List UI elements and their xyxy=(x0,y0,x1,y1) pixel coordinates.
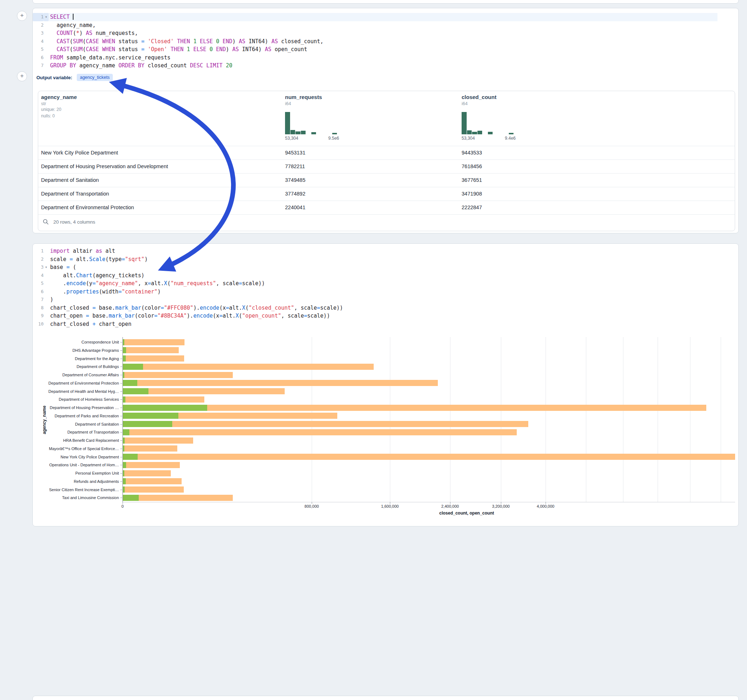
column-meta: unique: 20 xyxy=(41,107,243,113)
code-token xyxy=(183,46,187,53)
output-variable-chip[interactable]: agency_tickets xyxy=(77,74,113,81)
bar-open-count xyxy=(122,397,126,403)
code-token: = xyxy=(70,256,73,262)
line-number: 1 xyxy=(33,13,44,21)
table-row[interactable]: Department of Transportation377489234719… xyxy=(38,187,735,201)
code-token: chart_closed xyxy=(50,321,92,327)
table-cell: 2240041 xyxy=(285,201,305,214)
line-number: 9 xyxy=(33,312,44,320)
code-text[interactable]: .encode(y="agency_name", x=alt.X("num_re… xyxy=(48,279,265,288)
column-header[interactable]: closed_counti6453,3049.4e6 xyxy=(461,91,613,146)
bar-open-count xyxy=(122,478,126,484)
code-token: status xyxy=(115,38,141,45)
code-token: = xyxy=(226,305,229,311)
table-row[interactable]: Department of Sanitation37494853677651 xyxy=(38,173,735,187)
code-text[interactable]: COUNT(*) AS num_requests, xyxy=(48,29,138,38)
gridline xyxy=(721,337,721,502)
code-token: open_count xyxy=(271,46,307,53)
code-token: ( xyxy=(83,46,86,53)
code-text[interactable]: CAST(SUM(CASE WHEN status = 'Open' THEN … xyxy=(48,45,307,54)
search-icon[interactable] xyxy=(42,219,49,225)
code-token: ( xyxy=(70,46,73,53)
code-token: ). xyxy=(187,312,193,319)
code-text[interactable]: GROUP BY agency_name ORDER BY closed_cou… xyxy=(48,62,233,70)
code-token: , scale xyxy=(216,280,239,287)
python-code-editor[interactable]: 1import altair as alt2scale = alt.Scale(… xyxy=(33,247,717,328)
code-token: DESC xyxy=(190,62,203,69)
code-token: scale)) xyxy=(242,280,265,287)
table-cell: 3677651 xyxy=(461,173,482,187)
x-axis-title: closed_count, open_count xyxy=(358,511,575,516)
code-token: = xyxy=(317,305,321,311)
code-token: chart_closed xyxy=(50,305,92,311)
code-token: Chart xyxy=(76,272,92,279)
chevron-spacer xyxy=(44,288,48,296)
code-token xyxy=(145,46,148,53)
code-token: "open_count" xyxy=(242,312,281,319)
code-token: END xyxy=(216,46,226,53)
chevron-spacer xyxy=(44,62,48,70)
code-text[interactable]: import altair as alt xyxy=(48,247,115,255)
code-text[interactable]: .properties(width="container") xyxy=(48,288,161,296)
collapse-chevron-icon[interactable]: ▾ xyxy=(44,263,48,272)
code-token: SUM xyxy=(73,46,83,53)
column-histogram xyxy=(285,112,339,134)
line-number: 5 xyxy=(33,279,44,288)
histogram-bar xyxy=(509,133,514,134)
code-text[interactable]: scale = alt.Scale(type="sqrt") xyxy=(48,255,148,264)
line-number: 2 xyxy=(33,21,44,30)
code-token: AS xyxy=(239,38,245,45)
sql-code-editor[interactable]: 1▾SELECT 2 agency_name,3 COUNT(*) AS num… xyxy=(33,13,717,70)
code-text[interactable]: chart_open = base.mark_bar(color="#8BC34… xyxy=(48,312,330,320)
code-token: alt. xyxy=(223,312,236,319)
code-text[interactable]: CAST(SUM(CASE WHEN status = 'Closed' THE… xyxy=(48,38,324,46)
bar-open-count xyxy=(122,429,129,435)
code-line: 1import altair as alt xyxy=(33,247,717,255)
y-tick-label: Refunds and Adjustments xyxy=(32,479,119,484)
code-line: 2scale = alt.Scale(type="sqrt") xyxy=(33,255,717,264)
histogram-bar xyxy=(332,133,337,134)
code-line: 7) xyxy=(33,296,717,304)
code-token xyxy=(203,62,206,69)
code-text[interactable]: FROM sample_data.nyc.service_requests xyxy=(48,54,171,62)
bar-closed-count xyxy=(122,445,177,451)
previous-cell-edge xyxy=(32,0,739,4)
code-token xyxy=(223,62,226,69)
bar-closed-count xyxy=(122,421,528,427)
code-line: 2 agency_name, xyxy=(33,21,717,30)
code-token xyxy=(70,14,73,20)
table-cell: 3774892 xyxy=(285,187,305,201)
code-text[interactable]: agency_name, xyxy=(48,21,95,30)
code-text[interactable]: base = ( xyxy=(48,263,76,272)
add-cell-button[interactable]: + xyxy=(17,11,27,21)
add-cell-button[interactable]: + xyxy=(17,71,27,81)
code-token: scale)) xyxy=(307,312,330,319)
column-header[interactable]: num_requestsi6453,3049.5e6 xyxy=(285,91,436,146)
code-token: 0 xyxy=(216,38,219,45)
code-token: ) xyxy=(79,30,86,36)
histogram-bar xyxy=(312,132,316,134)
y-tick-label: Department of Consumer Affairs xyxy=(32,372,119,377)
code-token: "#FFC080" xyxy=(164,305,193,311)
collapse-chevron-icon[interactable]: ▾ xyxy=(44,13,48,21)
code-token xyxy=(99,46,102,53)
bar-closed-count xyxy=(122,372,233,378)
code-token: agency_name xyxy=(76,62,118,69)
code-token: Scale xyxy=(89,256,105,262)
column-header[interactable]: agency_namestrunique: 20nulls: 0 xyxy=(41,91,243,146)
code-token: ) xyxy=(226,46,233,53)
code-text[interactable]: ) xyxy=(48,296,53,304)
line-number: 3 xyxy=(33,29,44,38)
table-row[interactable]: Department of Housing Preservation and D… xyxy=(38,160,735,173)
range-max: 9.5e6 xyxy=(328,136,339,141)
table-cell: Department of Transportation xyxy=(41,187,109,201)
code-token: AS xyxy=(271,38,278,45)
code-text[interactable]: alt.Chart(agency_tickets) xyxy=(48,272,145,280)
code-text[interactable]: chart_closed = base.mark_bar(color="#FFC… xyxy=(48,304,343,312)
column-name: agency_name xyxy=(41,94,243,101)
code-text[interactable]: chart_closed + chart_open xyxy=(48,320,132,328)
table-row[interactable]: New York City Police Department945313194… xyxy=(38,146,735,160)
histogram-bar xyxy=(461,112,467,134)
code-token: X xyxy=(242,305,245,311)
code-text[interactable]: SELECT xyxy=(48,13,74,21)
